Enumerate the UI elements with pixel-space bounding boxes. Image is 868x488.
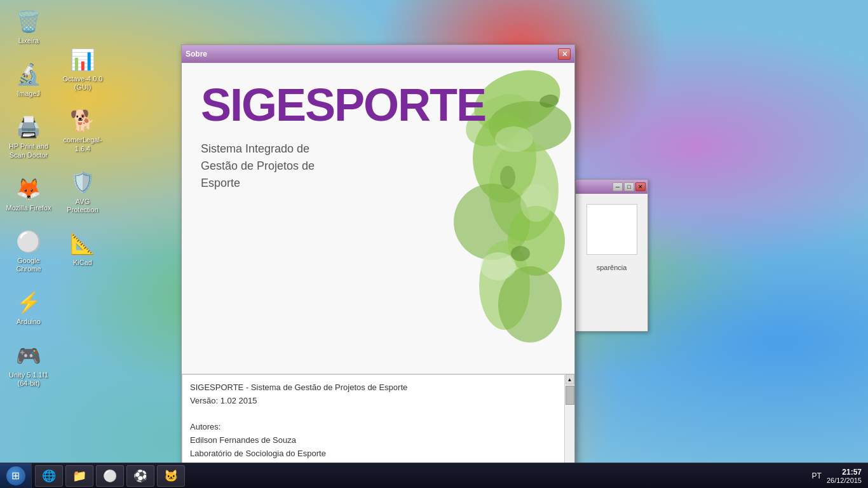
octave-label: Octave-4.0.0 (GUI) — [60, 75, 105, 92]
icon-arduino[interactable]: ⚡ Arduino — [3, 287, 54, 329]
lixeira-icon: 🗑️ — [16, 9, 41, 34]
dialog-titlebar: Sobre ✕ — [182, 45, 574, 63]
icon-imagej[interactable]: 🔬 ImageJ — [3, 59, 54, 100]
sigesporte-subtitle: Sistema Integrado de Gestão de Projetos … — [201, 140, 360, 192]
icon-unity[interactable]: 🎮 Unity 5.1.1f1 (64-bit) — [3, 341, 54, 390]
svg-point-11 — [480, 252, 516, 280]
taskbar-clock: 21:57 26/12/2015 — [827, 468, 862, 484]
window-small-max-button[interactable]: □ — [624, 182, 634, 191]
arduino-label: Arduino — [17, 318, 41, 326]
dialog-sobre: Sobre ✕ — [181, 44, 575, 477]
taskbar-item-chrome[interactable]: ⚪ — [96, 465, 124, 487]
icon-column-2: 📊 Octave-4.0.0 (GUI) 🐕 comerLegal-1.6.4 … — [57, 44, 108, 390]
subtitle-line1: Sistema Integrado de — [201, 142, 309, 155]
icon-comerlegal[interactable]: 🐕 comerLegal-1.6.4 — [57, 105, 108, 155]
icon-hp-print[interactable]: 🖨️ HP Print and Scan Doctor — [3, 112, 54, 161]
window-small-close-button[interactable]: ✕ — [635, 182, 646, 191]
window-small-canvas — [587, 204, 637, 255]
start-button[interactable] — [0, 463, 32, 489]
svg-point-10 — [520, 184, 552, 222]
window-small: ─ □ ✕ sparência — [575, 179, 648, 332]
hp-print-icon: 🖨️ — [16, 114, 41, 140]
taskbar-time-value: 21:57 — [827, 468, 862, 477]
taskbar-item-ie[interactable]: 🌐 — [35, 465, 63, 487]
ie-icon: 🌐 — [42, 469, 56, 483]
text-line-1: SIGESPORTE - Sistema de Gestão de Projet… — [190, 381, 548, 395]
text-line-5: Laboratório de Sociologia do Esporte — [190, 447, 548, 461]
firefox-icon: 🦊 — [16, 176, 41, 201]
icon-firefox[interactable]: 🦊 Mozilla Firefox — [3, 173, 54, 215]
kicad-label: KiCad — [73, 259, 92, 267]
icon-chrome[interactable]: ⚪ Google Chrome — [3, 226, 54, 276]
scrollbar-thumb[interactable] — [566, 386, 574, 405]
icon-octave[interactable]: 📊 Octave-4.0.0 (GUI) — [57, 44, 108, 94]
text-line-3: Autores: — [190, 421, 548, 434]
scrollbar-up-button[interactable]: ▲ — [566, 374, 574, 384]
icon-kicad[interactable]: 📐 KiCad — [57, 228, 108, 269]
taskbar-item-explorer[interactable]: 📁 — [65, 465, 93, 487]
text-content: SIGESPORTE - Sistema de Gestão de Projet… — [190, 381, 561, 474]
comerlegal-icon: 🐕 — [70, 108, 95, 133]
taskbar-date-value: 26/12/2015 — [827, 477, 862, 484]
subtitle-line2: Gestão de Projetos de — [201, 159, 315, 172]
sigesporte-content: SIGESPORTE Sistema Integrado de Gestão d… — [182, 63, 505, 205]
start-orb-icon — [6, 466, 25, 485]
text-line-4: Edilson Fernandes de Souza — [190, 434, 548, 447]
desktop-icons: 🗑️ Lixeira 🔬 ImageJ 🖨️ HP Print and Scan… — [3, 6, 108, 390]
chrome-icon: ⚪ — [16, 229, 41, 254]
subtitle-line3: Esporte — [201, 177, 240, 189]
arduino-icon: ⚡ — [16, 290, 41, 315]
unity-icon: 🎮 — [16, 343, 41, 369]
scrollbar[interactable]: ▲ ▼ — [564, 374, 574, 476]
octave-icon: 📊 — [70, 47, 95, 72]
icon-avg[interactable]: 🛡️ AVG Protection — [57, 167, 108, 217]
comerlegal-label: comerLegal-1.6.4 — [60, 136, 105, 152]
chrome-label: Google Chrome — [6, 257, 51, 273]
dialog-title-text: Sobre — [186, 50, 207, 58]
window-small-label: sparência — [581, 264, 642, 271]
avg-icon: 🛡️ — [70, 170, 95, 195]
window-small-titlebar: ─ □ ✕ — [576, 180, 648, 194]
kicad-icon: 📐 — [70, 231, 95, 256]
dialog-image-area: SIGESPORTE Sistema Integrado de Gestão d… — [182, 63, 574, 374]
dialog-controls: ✕ — [558, 48, 571, 60]
dialog-text-area[interactable]: SIGESPORTE - Sistema de Gestão de Projet… — [182, 374, 574, 476]
imagej-label: ImageJ — [17, 90, 40, 98]
icon-column-1: 🗑️ Lixeira 🔬 ImageJ 🖨️ HP Print and Scan… — [3, 6, 54, 390]
avg-label: AVG Protection — [60, 198, 105, 214]
svg-point-14 — [511, 246, 530, 261]
taskbar-item-soccer[interactable]: ⚽ — [126, 465, 154, 487]
dialog-close-button[interactable]: ✕ — [558, 48, 571, 60]
window-small-content: sparência — [576, 194, 648, 276]
soccer-icon: ⚽ — [133, 469, 147, 483]
hp-print-label: HP Print and Scan Doctor — [6, 142, 51, 159]
taskbar-items: 🌐 📁 ⚪ ⚽ 🐱 — [32, 463, 806, 488]
icon-lixeira[interactable]: 🗑️ Lixeira — [3, 6, 54, 48]
taskbar-right: PT 21:57 26/12/2015 — [806, 468, 868, 484]
sigesporte-title: SIGESPORTE — [201, 82, 485, 128]
dialog-body: SIGESPORTE Sistema Integrado de Gestão d… — [182, 63, 574, 476]
dialog-text-container: SIGESPORTE - Sistema de Gestão de Projet… — [182, 374, 574, 476]
taskbar-item-app[interactable]: 🐱 — [157, 465, 185, 487]
desktop: 🗑️ Lixeira 🔬 ImageJ 🖨️ HP Print and Scan… — [0, 0, 868, 488]
app-icon: 🐱 — [164, 469, 178, 483]
text-line-2: Versão: 1.02 2015 — [190, 395, 548, 408]
taskbar: 🌐 📁 ⚪ ⚽ 🐱 PT 21:57 26/12/2015 — [0, 463, 868, 488]
imagej-icon: 🔬 — [16, 62, 41, 87]
chrome-taskbar-icon: ⚪ — [103, 469, 117, 483]
firefox-label: Mozilla Firefox — [6, 204, 51, 212]
lixeira-label: Lixeira — [18, 37, 39, 45]
window-small-min-button[interactable]: ─ — [613, 182, 623, 191]
taskbar-language: PT — [812, 471, 822, 480]
explorer-icon: 📁 — [72, 469, 86, 483]
unity-label: Unity 5.1.1f1 (64-bit) — [6, 371, 51, 388]
